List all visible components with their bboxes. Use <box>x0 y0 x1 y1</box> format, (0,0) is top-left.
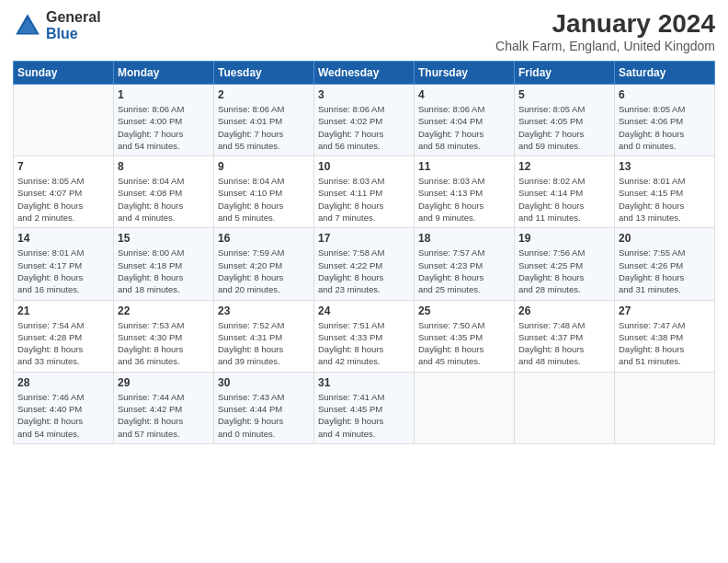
weekday-header-tuesday: Tuesday <box>214 62 314 85</box>
day-info: Sunrise: 8:04 AMSunset: 4:08 PMDaylight:… <box>118 175 210 224</box>
day-info: Sunrise: 8:06 AMSunset: 4:01 PMDaylight:… <box>218 103 310 152</box>
calendar-week-row: 1Sunrise: 8:06 AMSunset: 4:00 PMDaylight… <box>14 85 715 156</box>
calendar-cell: 2Sunrise: 8:06 AMSunset: 4:01 PMDaylight… <box>214 85 314 156</box>
day-number: 9 <box>218 160 310 173</box>
day-info: Sunrise: 7:51 AMSunset: 4:33 PMDaylight:… <box>318 319 410 368</box>
day-info: Sunrise: 7:55 AMSunset: 4:26 PMDaylight:… <box>619 247 711 295</box>
day-info: Sunrise: 7:50 AMSunset: 4:35 PMDaylight:… <box>418 319 510 368</box>
day-info: Sunrise: 8:02 AMSunset: 4:14 PMDaylight:… <box>518 175 610 224</box>
calendar-cell: 6Sunrise: 8:05 AMSunset: 4:06 PMDaylight… <box>615 85 715 156</box>
day-info: Sunrise: 8:05 AMSunset: 4:07 PMDaylight:… <box>17 175 109 224</box>
day-number: 23 <box>218 304 310 317</box>
calendar-cell: 15Sunrise: 8:00 AMSunset: 4:18 PMDayligh… <box>114 228 214 300</box>
calendar-cell: 20Sunrise: 7:55 AMSunset: 4:26 PMDayligh… <box>615 228 715 300</box>
logo-text: General Blue <box>46 9 101 41</box>
day-info: Sunrise: 8:03 AMSunset: 4:11 PMDaylight:… <box>318 175 410 224</box>
day-info: Sunrise: 7:53 AMSunset: 4:30 PMDaylight:… <box>118 319 210 368</box>
day-info: Sunrise: 7:44 AMSunset: 4:42 PMDaylight:… <box>118 391 210 440</box>
calendar-cell: 9Sunrise: 8:04 AMSunset: 4:10 PMDaylight… <box>214 156 314 228</box>
day-number: 29 <box>118 376 210 389</box>
weekday-header-wednesday: Wednesday <box>314 62 415 85</box>
calendar-table: SundayMondayTuesdayWednesdayThursdayFrid… <box>13 61 715 444</box>
calendar-cell: 26Sunrise: 7:48 AMSunset: 4:37 PMDayligh… <box>515 300 615 372</box>
calendar-cell: 7Sunrise: 8:05 AMSunset: 4:07 PMDaylight… <box>14 156 114 228</box>
day-info: Sunrise: 7:41 AMSunset: 4:45 PMDaylight:… <box>318 391 410 440</box>
day-number: 27 <box>619 304 711 317</box>
calendar-cell: 13Sunrise: 8:01 AMSunset: 4:15 PMDayligh… <box>615 156 715 228</box>
day-number: 1 <box>118 88 210 101</box>
day-number: 24 <box>318 304 410 317</box>
day-info: Sunrise: 7:57 AMSunset: 4:23 PMDaylight:… <box>418 247 510 295</box>
calendar-cell: 31Sunrise: 7:41 AMSunset: 4:45 PMDayligh… <box>314 372 415 443</box>
day-info: Sunrise: 8:06 AMSunset: 4:02 PMDaylight:… <box>318 103 410 152</box>
day-number: 15 <box>118 232 210 245</box>
day-number: 17 <box>318 232 410 245</box>
day-info: Sunrise: 7:58 AMSunset: 4:22 PMDaylight:… <box>318 247 410 295</box>
calendar-cell: 14Sunrise: 8:01 AMSunset: 4:17 PMDayligh… <box>14 228 114 300</box>
day-number: 20 <box>619 232 711 245</box>
day-info: Sunrise: 7:47 AMSunset: 4:38 PMDaylight:… <box>619 319 711 368</box>
calendar-week-row: 21Sunrise: 7:54 AMSunset: 4:28 PMDayligh… <box>14 300 715 372</box>
day-info: Sunrise: 8:05 AMSunset: 4:05 PMDaylight:… <box>518 103 610 152</box>
day-info: Sunrise: 8:01 AMSunset: 4:17 PMDaylight:… <box>17 247 109 295</box>
day-info: Sunrise: 7:54 AMSunset: 4:28 PMDaylight:… <box>17 319 109 368</box>
weekday-header-friday: Friday <box>515 62 615 85</box>
calendar-cell <box>415 372 515 443</box>
day-number: 18 <box>418 232 510 245</box>
day-number: 13 <box>619 160 711 173</box>
day-number: 30 <box>218 376 310 389</box>
calendar-cell: 1Sunrise: 8:06 AMSunset: 4:00 PMDaylight… <box>114 85 214 156</box>
calendar-cell: 12Sunrise: 8:02 AMSunset: 4:14 PMDayligh… <box>515 156 615 228</box>
day-number: 28 <box>17 376 109 389</box>
day-number: 11 <box>418 160 510 173</box>
calendar-cell: 17Sunrise: 7:58 AMSunset: 4:22 PMDayligh… <box>314 228 415 300</box>
calendar-week-row: 7Sunrise: 8:05 AMSunset: 4:07 PMDaylight… <box>14 156 715 228</box>
calendar-cell <box>615 372 715 443</box>
day-number: 26 <box>518 304 610 317</box>
calendar-cell: 30Sunrise: 7:43 AMSunset: 4:44 PMDayligh… <box>214 372 314 443</box>
weekday-header-sunday: Sunday <box>14 62 114 85</box>
day-number: 5 <box>518 88 610 101</box>
weekday-header-thursday: Thursday <box>415 62 515 85</box>
calendar-cell: 5Sunrise: 8:05 AMSunset: 4:05 PMDaylight… <box>515 85 615 156</box>
calendar-cell: 27Sunrise: 7:47 AMSunset: 4:38 PMDayligh… <box>615 300 715 372</box>
day-number: 31 <box>318 376 410 389</box>
calendar-subtitle: Chalk Farm, England, United Kingdom <box>495 39 715 53</box>
calendar-week-row: 28Sunrise: 7:46 AMSunset: 4:40 PMDayligh… <box>14 372 715 443</box>
day-info: Sunrise: 8:00 AMSunset: 4:18 PMDaylight:… <box>118 247 210 295</box>
day-info: Sunrise: 8:03 AMSunset: 4:13 PMDaylight:… <box>418 175 510 224</box>
day-info: Sunrise: 8:05 AMSunset: 4:06 PMDaylight:… <box>619 103 711 152</box>
calendar-cell: 4Sunrise: 8:06 AMSunset: 4:04 PMDaylight… <box>415 85 515 156</box>
calendar-cell: 19Sunrise: 7:56 AMSunset: 4:25 PMDayligh… <box>515 228 615 300</box>
calendar-cell: 23Sunrise: 7:52 AMSunset: 4:31 PMDayligh… <box>214 300 314 372</box>
day-info: Sunrise: 8:04 AMSunset: 4:10 PMDaylight:… <box>218 175 310 224</box>
calendar-cell: 25Sunrise: 7:50 AMSunset: 4:35 PMDayligh… <box>415 300 515 372</box>
day-info: Sunrise: 7:52 AMSunset: 4:31 PMDaylight:… <box>218 319 310 368</box>
day-number: 25 <box>418 304 510 317</box>
day-number: 2 <box>218 88 310 101</box>
logo: General Blue <box>13 9 101 41</box>
calendar-cell: 3Sunrise: 8:06 AMSunset: 4:02 PMDaylight… <box>314 85 415 156</box>
calendar-cell <box>14 85 114 156</box>
day-number: 4 <box>418 88 510 101</box>
day-info: Sunrise: 8:06 AMSunset: 4:04 PMDaylight:… <box>418 103 510 152</box>
day-number: 12 <box>518 160 610 173</box>
day-info: Sunrise: 7:59 AMSunset: 4:20 PMDaylight:… <box>218 247 310 295</box>
calendar-cell: 29Sunrise: 7:44 AMSunset: 4:42 PMDayligh… <box>114 372 214 443</box>
weekday-header-row: SundayMondayTuesdayWednesdayThursdayFrid… <box>14 62 715 85</box>
day-number: 10 <box>318 160 410 173</box>
calendar-cell: 16Sunrise: 7:59 AMSunset: 4:20 PMDayligh… <box>214 228 314 300</box>
day-info: Sunrise: 8:01 AMSunset: 4:15 PMDaylight:… <box>619 175 711 224</box>
day-info: Sunrise: 7:46 AMSunset: 4:40 PMDaylight:… <box>17 391 109 440</box>
calendar-cell <box>515 372 615 443</box>
day-number: 22 <box>118 304 210 317</box>
weekday-header-monday: Monday <box>114 62 214 85</box>
calendar-cell: 22Sunrise: 7:53 AMSunset: 4:30 PMDayligh… <box>114 300 214 372</box>
calendar-week-row: 14Sunrise: 8:01 AMSunset: 4:17 PMDayligh… <box>14 228 715 300</box>
day-number: 19 <box>518 232 610 245</box>
day-number: 16 <box>218 232 310 245</box>
day-number: 21 <box>17 304 109 317</box>
logo-icon <box>13 11 42 40</box>
calendar-cell: 21Sunrise: 7:54 AMSunset: 4:28 PMDayligh… <box>14 300 114 372</box>
calendar-cell: 10Sunrise: 8:03 AMSunset: 4:11 PMDayligh… <box>314 156 415 228</box>
